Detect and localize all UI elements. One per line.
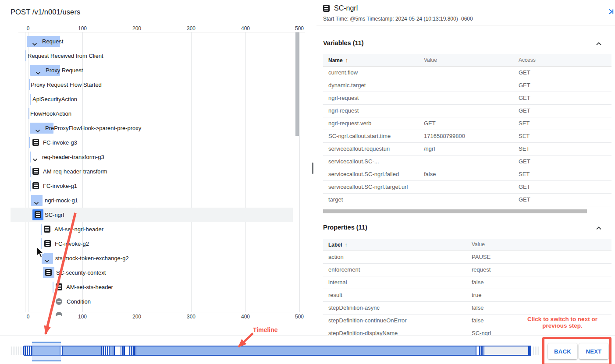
tree-row-sc-ngrl-selected[interactable]: SC-ngrl: [0, 208, 309, 222]
timeline-step-marker: [107, 346, 108, 356]
timeline-stripe: [13, 346, 14, 355]
tree-row-proxy-flow-started[interactable]: Proxy Request Flow Started: [0, 78, 309, 92]
collapse-section-icon[interactable]: [595, 225, 602, 232]
tree-row-label: FlowHookAction: [30, 110, 71, 117]
axis-tick-bottom: 0: [18, 314, 38, 320]
timeline-segment[interactable]: [114, 346, 121, 356]
timeline-selection-window[interactable]: [32, 342, 61, 361]
axis-tick-top: 400: [236, 25, 255, 32]
gantt-bar: [30, 94, 31, 105]
timeline-step-marker: [133, 346, 135, 356]
column-header-name[interactable]: Name↑: [328, 54, 348, 67]
tree-row-ngrl-mock-g1[interactable]: ngrl-mock-g1: [0, 193, 309, 208]
axis-line-top: [18, 32, 305, 32]
tree-row-fc-invoke-g3[interactable]: FC-invoke-g3: [0, 135, 309, 150]
timeline-segment[interactable]: [124, 346, 130, 356]
tree-row-preproxyflowhook[interactable]: PreProxyFlowHook->parent-pre-proxy: [0, 121, 309, 135]
column-header-label[interactable]: Label↑: [328, 239, 348, 251]
chevron-down-icon[interactable]: [32, 155, 38, 159]
annotation-timeline-label: Timeline: [253, 326, 278, 333]
gantt-bar: [53, 282, 53, 293]
axis-tick-top: 500: [290, 25, 309, 32]
chevron-down-icon[interactable]: [44, 257, 50, 260]
panel-resize-handle[interactable]: [312, 163, 313, 174]
policy-icon: [56, 283, 62, 290]
properties-table-header: Label↑ Value: [323, 239, 611, 251]
timeline-step-marker: [29, 346, 30, 356]
column-header-access[interactable]: Access: [519, 54, 536, 66]
tree-row-fc-invoke-g2[interactable]: FC-invoke-g2: [0, 237, 309, 251]
page-title: POST /v1/n001/users: [11, 8, 80, 16]
tree-row-label: sts-mock-token-exchange-g2: [55, 255, 129, 262]
column-header-value[interactable]: Value: [472, 239, 485, 251]
chevron-down-icon[interactable]: [35, 127, 40, 130]
tree-row-proxy-request[interactable]: Proxy Request: [0, 63, 309, 78]
tree-row-fc-invoke-g1[interactable]: FC-invoke-g1: [0, 179, 309, 193]
axis-tick-bottom: 400: [236, 314, 255, 320]
tree-row-label: Proxy Request Flow Started: [31, 81, 102, 88]
timeline-segment[interactable]: [135, 346, 476, 356]
variable-row: servicecallout.SC-ngrl.failedfalseSET: [323, 168, 611, 181]
timeline-segment[interactable]: [483, 346, 529, 356]
timeline-step-marker: [105, 346, 106, 356]
variable-row: dynamic.targetGET: [323, 79, 611, 92]
horizontal-scrollbar-thumb[interactable]: [323, 209, 587, 213]
timeline-step-marker: [122, 346, 124, 356]
sort-ascending-icon: ↑: [345, 57, 348, 64]
collapse-section-icon[interactable]: [595, 40, 602, 47]
api-trace-debug-view: POST /v1/n001/users 0 100 200 300 400 50…: [0, 0, 615, 364]
tree-row-am-set-ngrl-header[interactable]: AM-set-ngrl-header: [0, 222, 309, 237]
vertical-scrollbar-thumb[interactable]: [295, 32, 299, 136]
axis-tick-bottom: 500: [290, 314, 309, 320]
variable-row: servicecallout.SC-ngrl.target.urlGET: [323, 181, 611, 194]
timeline-minimap: BACK NEXT: [0, 336, 615, 364]
tree-row-label: SC-security-context: [56, 269, 106, 276]
chevron-down-icon[interactable]: [34, 199, 39, 202]
policy-icon: [32, 182, 39, 189]
tree-row-sts-mock-token-exchange-g2[interactable]: sts-mock-token-exchange-g2: [0, 251, 309, 265]
collapse-panel-icon[interactable]: [608, 8, 614, 17]
tree-row-request-received[interactable]: Request Received from Client: [0, 49, 309, 63]
property-row: internalfalse: [323, 276, 611, 289]
tree-row-label: Condition: [67, 298, 91, 305]
tree-row-condition[interactable]: Condition: [0, 294, 309, 309]
property-row: enforcementrequest: [323, 264, 611, 276]
trace-gantt-panel: POST /v1/n001/users 0 100 200 300 400 50…: [0, 0, 311, 336]
tree-row-request[interactable]: Request: [0, 34, 309, 49]
tree-row-label: SC-ngrl: [45, 212, 64, 218]
step-start-time: Start Time: @5ms Timestamp: 2024-05-24 (…: [323, 16, 473, 22]
axis-tick-top: 300: [181, 25, 201, 32]
timeline-stripe: [16, 346, 17, 355]
tree-row-req-header-transform-g3[interactable]: req-header-transform-g3: [0, 150, 309, 164]
tree-row-label: PreProxyFlowHook->parent-pre-proxy: [45, 125, 141, 131]
tree-row-flowhookaction[interactable]: FlowHookAction: [0, 106, 309, 121]
timeline-stripe: [18, 346, 19, 355]
variable-row: servicecallout.requesturi/ngrlSET: [323, 143, 611, 155]
tree-row-am-req-header-transform[interactable]: AM-req-header-transform: [0, 164, 309, 179]
tree-row-am-set-sts-header[interactable]: AM-set-sts-header: [0, 280, 309, 294]
tree-row-sc-security-context[interactable]: SC-security-context: [0, 265, 309, 280]
gantt-bar: [30, 152, 31, 163]
tree-row-label: req-header-transform-g3: [42, 154, 104, 160]
axis-tick-bottom: 100: [73, 314, 92, 320]
tree-row-label: FC-invoke-g2: [55, 240, 89, 247]
property-row: resulttrue: [323, 289, 611, 302]
chevron-down-icon[interactable]: [36, 69, 41, 72]
timeline-stripe: [533, 346, 534, 355]
mouse-cursor: [36, 247, 45, 259]
chevron-down-icon[interactable]: [32, 40, 37, 43]
column-header-value[interactable]: Value: [424, 54, 437, 66]
timeline-segment[interactable]: [62, 346, 102, 356]
tree-row-partial: [0, 311, 309, 316]
timeline-stripe: [20, 346, 21, 355]
tree-row-apisecurityaction[interactable]: ApiSecurityAction: [0, 92, 309, 106]
policy-icon: [323, 5, 330, 12]
tree-row-label: FC-invoke-g1: [43, 183, 77, 189]
variables-heading: Variables (11): [323, 39, 364, 46]
timeline-segment[interactable]: [109, 346, 114, 356]
gantt-bar: [25, 50, 26, 61]
policy-icon: [35, 211, 41, 218]
annotation-highlight-box: [542, 337, 611, 364]
timeline-stripe: [14, 346, 15, 355]
tree-row-label: ApiSecurityAction: [32, 96, 77, 102]
